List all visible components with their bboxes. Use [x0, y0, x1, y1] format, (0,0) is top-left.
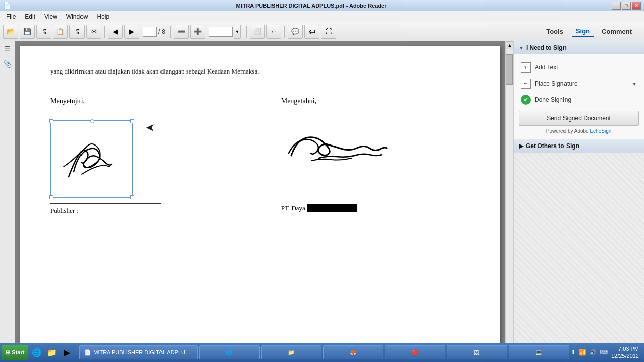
done-signing-label: Done Signing — [535, 96, 571, 103]
taskbar-app-icon: 📄 — [84, 349, 91, 356]
page-separator: / — [158, 28, 160, 35]
send-signed-document-button[interactable]: Send Signed Document — [519, 111, 639, 126]
window-title: MITRA PUBLISHER DIGITAL ADPLUS.pdf - Ado… — [11, 3, 612, 9]
taskbar-item-5[interactable]: 🔴 — [385, 345, 445, 359]
place-signature-action[interactable]: ✒ Place Signature ▼ — [519, 76, 639, 92]
tools-tab[interactable]: Tools — [542, 27, 568, 36]
menu-window[interactable]: Window — [62, 12, 92, 21]
done-signing-action[interactable]: ✔ Done Signing — [519, 92, 639, 108]
signature-column-right: Mengetahui, PT. Daya ██████████ — [281, 97, 470, 215]
taskbar-item-6[interactable]: 🖼 — [447, 345, 507, 359]
sign-tab[interactable]: Sign — [572, 26, 594, 37]
page-number-input[interactable]: 8 — [143, 27, 157, 37]
zoom-input[interactable]: 116% — [209, 27, 233, 37]
mengetahui-label: Mengetahui, — [281, 97, 470, 105]
prev-page-button[interactable]: ◀ — [108, 25, 123, 39]
sidebar-attachments-icon[interactable]: 📎 — [2, 58, 13, 69]
fullscreen-button[interactable]: ⛶ — [321, 25, 336, 39]
menyetujui-label: Menyetujui, — [50, 97, 239, 105]
scroll-up-button[interactable]: ▲ — [506, 41, 514, 49]
taskbar-item-2[interactable]: 🌐 — [199, 345, 260, 359]
signature-right-area — [281, 120, 392, 198]
print-button[interactable]: 🖨 — [69, 25, 85, 39]
menu-edit[interactable]: Edit — [21, 12, 39, 21]
pdf-area: yang dikirimkan atau diajukan tidak akan… — [15, 41, 505, 362]
signature-section: Menyetujui, ➤ — [50, 97, 470, 215]
system-tray: ⬆ 📶 🔊 ⌨ 7:03 PM 12/25/2012 — [571, 345, 642, 360]
publisher-label: Publisher : — [50, 207, 239, 215]
handle-top-middle[interactable] — [90, 119, 94, 123]
start-button[interactable]: ⊞ Start — [2, 345, 28, 360]
fit-page-button[interactable]: ⬜ — [250, 25, 265, 39]
save-button[interactable]: 💾 — [20, 25, 35, 39]
arrow-cursor-indicator: ➤ — [146, 121, 155, 134]
save-copy-button[interactable]: 📋 — [53, 25, 68, 39]
scrollbar[interactable]: ▲ ▼ — [505, 41, 513, 362]
handle-bottom-right[interactable] — [130, 195, 134, 199]
get-others-header[interactable]: ▶ Get Others to Sign — [514, 139, 644, 153]
handle-bottom-left[interactable] — [49, 195, 53, 199]
scroll-thumb[interactable] — [506, 54, 513, 85]
get-others-expand-icon: ▶ — [519, 142, 523, 150]
toolbar-separator-2 — [170, 26, 171, 38]
zoom-out-button[interactable]: ➖ — [174, 25, 189, 39]
fit-width-button[interactable]: ↔ — [266, 25, 281, 39]
place-signature-label: Place Signature — [535, 80, 578, 87]
tray-icon-1[interactable]: ⬆ — [571, 349, 576, 356]
taskbar-item-3[interactable]: 📁 — [261, 345, 321, 359]
place-signature-dropdown[interactable]: ▼ — [632, 81, 637, 87]
zoom-in-button[interactable]: ➕ — [190, 25, 205, 39]
handle-top-left[interactable] — [49, 119, 53, 123]
menu-help[interactable]: Help — [93, 12, 114, 21]
folder-icon[interactable]: 📁 — [46, 346, 58, 358]
main-layout: ☰ 📎 yang dikirimkan atau diajukan tidak … — [0, 41, 644, 362]
i-need-to-sign-header[interactable]: ▼ I Need to Sign — [514, 41, 644, 54]
menu-view[interactable]: View — [40, 12, 61, 21]
taskbar-item-7[interactable]: 💻 — [509, 345, 569, 359]
scroll-track[interactable] — [506, 49, 513, 346]
pdf-page: yang dikirimkan atau diajukan tidak akan… — [20, 46, 500, 362]
menu-bar: File Edit View Window Help — [0, 11, 644, 22]
get-others-section: ▶ Get Others to Sign — [514, 139, 644, 153]
media-icon[interactable]: ▶ — [61, 346, 73, 358]
i-need-to-sign-label: I Need to Sign — [526, 44, 567, 51]
signature-image-left — [54, 126, 129, 192]
signature-line-left — [50, 203, 161, 204]
panel-empty-area — [514, 153, 644, 362]
signature-image-right — [281, 120, 392, 181]
next-page-button[interactable]: ▶ — [124, 25, 139, 39]
menu-file[interactable]: File — [2, 12, 20, 21]
done-signing-icon: ✔ — [521, 95, 531, 105]
signature-box-left[interactable]: ➤ — [50, 120, 133, 198]
start-label: Start — [12, 349, 24, 355]
system-clock: 7:03 PM 12/25/2012 — [611, 345, 639, 360]
zoom-dropdown[interactable]: ▼ — [234, 25, 241, 39]
taskbar-active-app[interactable]: 📄 MITRA PUBLISHER DIGITAL ADPLUS.pdf — [79, 345, 198, 359]
tray-keyboard-icon[interactable]: ⌨ — [600, 349, 608, 356]
taskbar: ⊞ Start 🌐 📁 ▶ 📄 MITRA PUBLISHER DIGITAL … — [0, 343, 644, 362]
minimize-button[interactable]: ─ — [612, 2, 621, 10]
ie-icon[interactable]: 🌐 — [31, 346, 43, 358]
echosign-text: Powered by Adobe EchoSign — [519, 128, 639, 134]
stamp-button[interactable]: 🏷 — [304, 25, 319, 39]
maximize-button[interactable]: □ — [622, 2, 631, 10]
echosign-link[interactable]: EchoSign — [590, 128, 611, 134]
sidebar-pages-icon[interactable]: ☰ — [2, 43, 13, 54]
page-total: 8 — [162, 28, 165, 35]
handle-top-right[interactable] — [130, 119, 134, 123]
email-button[interactable]: ✉ — [86, 25, 101, 39]
add-text-action[interactable]: T Add Text — [519, 59, 639, 76]
taskbar-item-4[interactable]: 🦊 — [323, 345, 383, 359]
tray-volume-icon[interactable]: 🔊 — [589, 349, 597, 356]
comment-tab[interactable]: Comment — [598, 27, 636, 36]
zoom-area: 116% ▼ — [209, 25, 241, 39]
print-setup-button[interactable]: 🖨 — [36, 25, 51, 39]
comment-button[interactable]: 💬 — [288, 25, 303, 39]
clock-date: 12/25/2012 — [611, 352, 639, 359]
pdf-header-text: yang dikirimkan atau diajukan tidak akan… — [50, 66, 470, 77]
close-button[interactable]: ✕ — [632, 2, 641, 10]
clock-time: 7:03 PM — [611, 345, 639, 352]
tray-network-icon[interactable]: 📶 — [579, 349, 586, 356]
open-button[interactable]: 📂 — [3, 25, 18, 39]
place-signature-icon: ✒ — [521, 79, 531, 89]
